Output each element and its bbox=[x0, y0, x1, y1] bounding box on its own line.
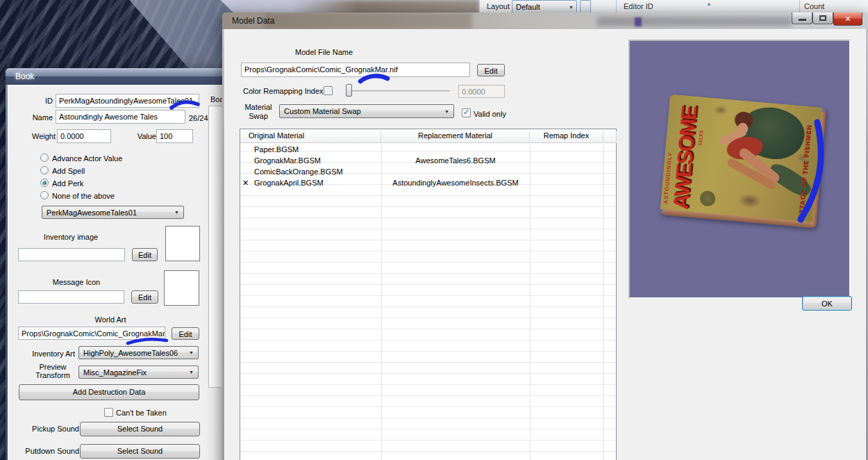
cell-replacement: AstoundinglyAwesomeInsects.BGSM bbox=[381, 179, 530, 187]
check-icon: ✓ bbox=[463, 108, 469, 117]
material-swap-value: Custom Material Swap bbox=[284, 107, 361, 115]
table-header-replacement[interactable]: Replacement Material bbox=[381, 131, 530, 143]
cell-original: Paper.BGSM bbox=[254, 145, 299, 154]
message-icon-edit-button[interactable]: Edit bbox=[131, 290, 158, 304]
screen: Layout Default ▼ Editor ID ▲ Count Book … bbox=[0, 0, 868, 460]
weight-label: Weight bbox=[25, 132, 56, 140]
inventory-image-field[interactable] bbox=[18, 248, 125, 261]
radio-add-spell[interactable] bbox=[40, 166, 49, 174]
glass-blur-icon bbox=[635, 17, 642, 26]
table-header-filler bbox=[603, 131, 617, 143]
cell-replacement: AwesomeTales6.BGSM bbox=[381, 156, 530, 165]
id-field[interactable]: PerkMagAstoundinglyAwesomeTales01 bbox=[56, 94, 199, 108]
comic-book-preview: ASTOUNDINGLY AWESOME TALES ATTACK OF THE… bbox=[660, 94, 826, 228]
weight-field[interactable]: 0.0000 bbox=[57, 129, 111, 143]
cell-original: GrognakApril.BGSM bbox=[254, 179, 324, 187]
cant-be-taken-checkbox[interactable] bbox=[104, 408, 113, 417]
color-remap-slider-track[interactable] bbox=[347, 90, 450, 92]
radio-none-of-above-label: None of the above bbox=[52, 192, 115, 200]
inventory-art-label: Inventory Art bbox=[19, 350, 75, 358]
preview-transform-combobox[interactable]: Misc_MagazineFix ▼ bbox=[78, 365, 199, 379]
maximize-button[interactable] bbox=[812, 13, 833, 24]
minimize-button[interactable] bbox=[792, 13, 812, 24]
model-data-dialog: Model Data ✕ Model File Name Props\Grogn… bbox=[222, 13, 868, 460]
world-art-field[interactable]: Props\GrognakComic\Comic_GrognakMar.n bbox=[18, 327, 165, 340]
pickup-sound-label: Pickup Sound bbox=[24, 425, 79, 433]
preview-transform-value: Misc_MagazineFix bbox=[83, 368, 147, 377]
row-delete-icon: ✕ bbox=[242, 179, 249, 188]
column-separator bbox=[799, 0, 800, 14]
name-char-counter: 26/24 bbox=[189, 114, 208, 122]
material-swap-label-2: Swap bbox=[242, 112, 275, 120]
book-dialog-titlebar[interactable]: Book bbox=[6, 68, 226, 85]
table-row[interactable]: Paper.BGSM bbox=[240, 144, 616, 155]
material-swap-table[interactable]: Original Material Replacement Material R… bbox=[240, 129, 617, 460]
radio-advance-actor-value-label: Advance Actor Value bbox=[52, 154, 122, 163]
pickup-select-sound-button[interactable]: Select Sound bbox=[80, 422, 200, 436]
table-row[interactable]: GrognakMar.BGSM AwesomeTales6.BGSM bbox=[240, 155, 616, 166]
book-dialog: Book ID PerkMagAstoundinglyAwesomeTales0… bbox=[6, 68, 226, 460]
maximize-icon bbox=[819, 15, 826, 21]
color-remap-slider-thumb[interactable] bbox=[346, 84, 352, 97]
color-remapping-label: Color Remapping Index bbox=[243, 87, 324, 95]
putdown-sound-label: Putdown Sound bbox=[18, 447, 79, 455]
name-field[interactable]: Astoundingly Awesome Tales bbox=[56, 110, 185, 124]
perk-combobox[interactable]: PerkMagAwesomeTales01 ▼ bbox=[42, 206, 184, 219]
model-file-field[interactable]: Props\GrognakComic\Comic_GrognakMar.nif bbox=[241, 63, 470, 77]
inventory-image-label: Inventory image bbox=[36, 233, 106, 241]
table-row[interactable]: ✕ GrognakApril.BGSM AstoundinglyAwesomeI… bbox=[240, 177, 616, 188]
layout-combobox-value: Default bbox=[516, 3, 540, 11]
cell-original: ComicBackOrange.BGSM bbox=[254, 167, 343, 176]
value-label: Value bbox=[128, 132, 156, 140]
color-remapping-checkbox[interactable] bbox=[324, 86, 333, 95]
layout-label: Layout bbox=[487, 2, 510, 10]
column-separator bbox=[616, 0, 617, 14]
message-icon-label: Message Icon bbox=[42, 278, 111, 286]
cell-original: GrognakMar.BGSM bbox=[254, 156, 321, 165]
radio-add-perk-label: Add Perk bbox=[52, 179, 83, 188]
perk-combobox-value: PerkMagAwesomeTales01 bbox=[47, 208, 137, 217]
layout-combobox[interactable]: Default ▼ bbox=[512, 0, 577, 14]
chevron-down-icon: ▼ bbox=[189, 370, 194, 375]
inventory-art-combobox[interactable]: HighPoly_AwesomeTales06 ▼ bbox=[78, 346, 199, 359]
layout-extra-button[interactable] bbox=[580, 0, 591, 14]
material-swap-combobox[interactable]: Custom Material Swap ▼ bbox=[279, 104, 454, 118]
model-file-name-label: Model File Name bbox=[295, 48, 353, 56]
name-label: Name bbox=[25, 113, 53, 122]
color-remap-value-field: 0.0000 bbox=[458, 85, 505, 98]
chevron-down-icon: ▼ bbox=[189, 350, 194, 355]
world-art-edit-button[interactable]: Edit bbox=[172, 327, 199, 340]
table-row[interactable]: ComicBackOrange.BGSM bbox=[240, 166, 616, 177]
glass-blur-row bbox=[597, 17, 792, 26]
table-header-original[interactable]: Original Material bbox=[240, 131, 381, 143]
chevron-down-icon: ▼ bbox=[569, 5, 574, 10]
message-icon-field[interactable] bbox=[18, 290, 124, 304]
close-icon: ✕ bbox=[844, 15, 851, 23]
model-preview-panel[interactable]: ASTOUNDINGLY AWESOME TALES ATTACK OF THE… bbox=[628, 40, 851, 299]
radio-advance-actor-value[interactable] bbox=[40, 154, 49, 162]
model-file-edit-button[interactable]: Edit bbox=[477, 64, 505, 76]
add-destruction-data-button[interactable]: Add Destruction Data bbox=[19, 384, 199, 400]
close-button[interactable]: ✕ bbox=[833, 13, 862, 26]
world-art-label: World Art bbox=[85, 315, 135, 324]
table-body: Paper.BGSM GrognakMar.BGSM AwesomeTales6… bbox=[240, 144, 616, 460]
message-icon-preview bbox=[164, 270, 199, 306]
column-header-count[interactable]: Count bbox=[804, 2, 824, 10]
ok-button[interactable]: OK bbox=[802, 296, 852, 311]
id-label: ID bbox=[26, 97, 53, 105]
model-dialog-titlebar[interactable]: Model Data bbox=[222, 13, 868, 29]
table-header-remap[interactable]: Remap Index bbox=[530, 131, 603, 143]
column-header-editor-id[interactable]: Editor ID bbox=[624, 2, 653, 10]
putdown-select-sound-button[interactable]: Select Sound bbox=[80, 444, 200, 459]
radio-dot-icon bbox=[42, 181, 47, 185]
radio-add-perk[interactable] bbox=[40, 179, 49, 187]
radio-add-spell-label: Add Spell bbox=[52, 167, 85, 175]
inventory-image-edit-button[interactable]: Edit bbox=[132, 248, 158, 261]
radio-none-of-above[interactable] bbox=[40, 191, 49, 199]
minimize-icon bbox=[799, 19, 806, 21]
inventory-image-preview bbox=[165, 226, 200, 261]
column-gridline bbox=[530, 144, 531, 460]
value-field[interactable]: 100 bbox=[156, 129, 193, 143]
table-header: Original Material Replacement Material R… bbox=[240, 129, 616, 143]
valid-only-checkbox[interactable]: ✓ bbox=[462, 108, 471, 117]
